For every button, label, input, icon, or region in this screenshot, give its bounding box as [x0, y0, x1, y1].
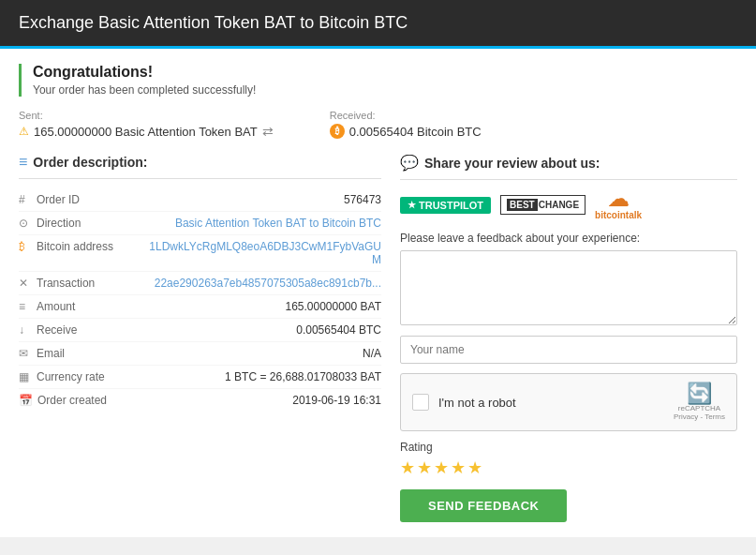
- received-label: Received:: [330, 110, 482, 121]
- sent-label: Sent:: [19, 110, 274, 121]
- row-label-text: Amount: [37, 300, 75, 313]
- row-icon: ✉: [19, 347, 32, 360]
- order-row-value: N/A: [141, 347, 381, 360]
- order-row-label: 📅Order created: [19, 394, 141, 407]
- order-row-value: 2019-06-19 16:31: [141, 394, 381, 407]
- order-row-value: 576473: [141, 193, 381, 206]
- page-header: Exchange Basic Attention Token BAT to Bi…: [0, 0, 756, 49]
- recaptcha-sub: Privacy - Terms: [674, 412, 725, 421]
- order-section-title: Order description:: [33, 155, 147, 170]
- congrats-subtitle: Your order has been completed successful…: [33, 83, 737, 97]
- order-row-label: ⊙Direction: [19, 217, 141, 230]
- table-row: ▦Currency rate1 BTC = 26,688.01708033 BA…: [19, 366, 381, 389]
- bitcointalk-icon: ☁: [608, 189, 629, 210]
- row-icon: ₿: [19, 240, 32, 253]
- order-row-label: ✕Transaction: [19, 277, 141, 290]
- order-row-label: ✉Email: [19, 347, 141, 360]
- order-row-label: ▦Currency rate: [19, 370, 141, 383]
- order-row-label: ₿Bitcoin address: [19, 240, 141, 253]
- order-row-label: #Order ID: [19, 193, 141, 206]
- received-value: ₿ 0.00565404 Bitcoin BTC: [330, 124, 482, 139]
- bitcointalk-badge[interactable]: ☁ bitcointalk: [595, 189, 642, 220]
- bestchange-badge[interactable]: BEST CHANGE: [500, 195, 586, 215]
- sent-section: Sent: ⚠ 165.00000000 Basic Attention Tok…: [19, 110, 274, 139]
- sent-value: ⚠ 165.00000000 Basic Attention Token BAT…: [19, 124, 274, 139]
- row-icon: 📅: [19, 394, 33, 407]
- table-row: ✕Transaction22ae290263a7eb4857075305a8ec…: [19, 272, 381, 295]
- recaptcha-logo: 🔄: [687, 383, 712, 404]
- order-section-header: ≡ Order description:: [19, 154, 381, 179]
- order-row-value: 1 BTC = 26,688.01708033 BAT: [141, 370, 381, 383]
- congratulations-section: Congratulations! Your order has been com…: [19, 64, 737, 97]
- row-label-text: Order created: [37, 394, 107, 407]
- table-row: ⊙DirectionBasic Attention Token BAT to B…: [19, 212, 381, 235]
- stars-container[interactable]: ★★★★★: [400, 458, 737, 478]
- name-input[interactable]: [400, 336, 737, 364]
- recaptcha-text: I'm not a robot: [438, 396, 516, 410]
- table-row: #Order ID576473: [19, 188, 381, 212]
- star[interactable]: ★: [434, 458, 449, 478]
- review-section-header: 💬 Share your review about us:: [400, 154, 737, 180]
- row-label-text: Currency rate: [37, 370, 105, 383]
- table-row: ₿Bitcoin address1LDwkLYcRgMLQ8eoA6DBJ3Cw…: [19, 235, 381, 272]
- order-row-label: ↓Receive: [19, 323, 141, 337]
- table-row: ≡Amount165.00000000 BAT: [19, 295, 381, 319]
- table-row: ✉EmailN/A: [19, 342, 381, 366]
- bestchange-best: BEST: [507, 199, 538, 211]
- row-label-text: Email: [37, 347, 65, 360]
- row-icon: ▦: [19, 370, 32, 383]
- order-row-label: ≡Amount: [19, 300, 141, 313]
- feedback-label: Please leave a feedback about your exper…: [400, 232, 737, 245]
- trustpilot-label: TRUSTPILOT: [419, 200, 483, 211]
- recaptcha-right: 🔄 reCAPTCHA Privacy - Terms: [674, 383, 725, 421]
- row-label-text: Receive: [37, 323, 77, 337]
- row-icon: ✕: [19, 277, 32, 290]
- star[interactable]: ★: [451, 458, 466, 478]
- feedback-textarea[interactable]: [400, 250, 737, 325]
- order-table: #Order ID576473⊙DirectionBasic Attention…: [19, 188, 381, 412]
- row-icon: ↓: [19, 323, 32, 337]
- recaptcha-box: I'm not a robot 🔄 reCAPTCHA Privacy - Te…: [400, 373, 737, 431]
- trustpilot-star: ★: [408, 200, 416, 210]
- bitcointalk-label: bitcointalk: [595, 210, 642, 220]
- review-section: 💬 Share your review about us: ★ TRUSTPIL…: [400, 154, 737, 522]
- exchange-icon: ⇄: [262, 124, 274, 139]
- btc-icon: ₿: [330, 124, 345, 139]
- warning-icon: ⚠: [19, 125, 29, 138]
- recaptcha-checkbox[interactable]: [412, 394, 429, 411]
- recaptcha-branding: reCAPTCHA: [678, 404, 720, 412]
- row-icon: ≡: [19, 300, 32, 313]
- chat-icon: 💬: [400, 154, 419, 172]
- review-platforms: ★ TRUSTPILOT BEST CHANGE ☁ bitcointalk: [400, 189, 737, 220]
- row-label-text: Transaction: [37, 277, 95, 290]
- row-icon: #: [19, 193, 32, 206]
- rating-label: Rating: [400, 441, 737, 454]
- table-row: 📅Order created2019-06-19 16:31: [19, 389, 381, 412]
- review-section-title: Share your review about us:: [424, 156, 600, 171]
- sent-received-row: Sent: ⚠ 165.00000000 Basic Attention Tok…: [19, 110, 737, 139]
- order-section: ≡ Order description: #Order ID576473⊙Dir…: [19, 154, 381, 522]
- page-title: Exchange Basic Attention Token BAT to Bi…: [19, 13, 408, 32]
- list-icon: ≡: [19, 154, 27, 171]
- received-section: Received: ₿ 0.00565404 Bitcoin BTC: [330, 110, 482, 139]
- order-row-value: 0.00565404 BTC: [141, 323, 381, 337]
- row-label-text: Order ID: [37, 193, 80, 206]
- recaptcha-left: I'm not a robot: [412, 394, 516, 411]
- row-icon: ⊙: [19, 217, 32, 230]
- table-row: ↓Receive0.00565404 BTC: [19, 319, 381, 342]
- order-row-value[interactable]: 22ae290263a7eb4857075305a8ec891cb7b...: [141, 277, 381, 290]
- star[interactable]: ★: [467, 458, 482, 478]
- order-row-value: 165.00000000 BAT: [141, 300, 381, 313]
- rating-section: Rating ★★★★★: [400, 441, 737, 478]
- star[interactable]: ★: [417, 458, 432, 478]
- row-label-text: Bitcoin address: [37, 240, 113, 253]
- order-row-value[interactable]: Basic Attention Token BAT to Bitcoin BTC: [141, 217, 381, 230]
- order-row-value[interactable]: 1LDwkLYcRgMLQ8eoA6DBJ3CwM1FybVaGUM: [141, 240, 381, 266]
- send-feedback-button[interactable]: SEND FEEDBACK: [400, 489, 567, 522]
- trustpilot-badge[interactable]: ★ TRUSTPILOT: [400, 197, 491, 214]
- bestchange-change: CHANGE: [539, 200, 579, 210]
- row-label-text: Direction: [37, 217, 81, 230]
- congrats-title: Congratulations!: [33, 64, 737, 81]
- star[interactable]: ★: [400, 458, 415, 478]
